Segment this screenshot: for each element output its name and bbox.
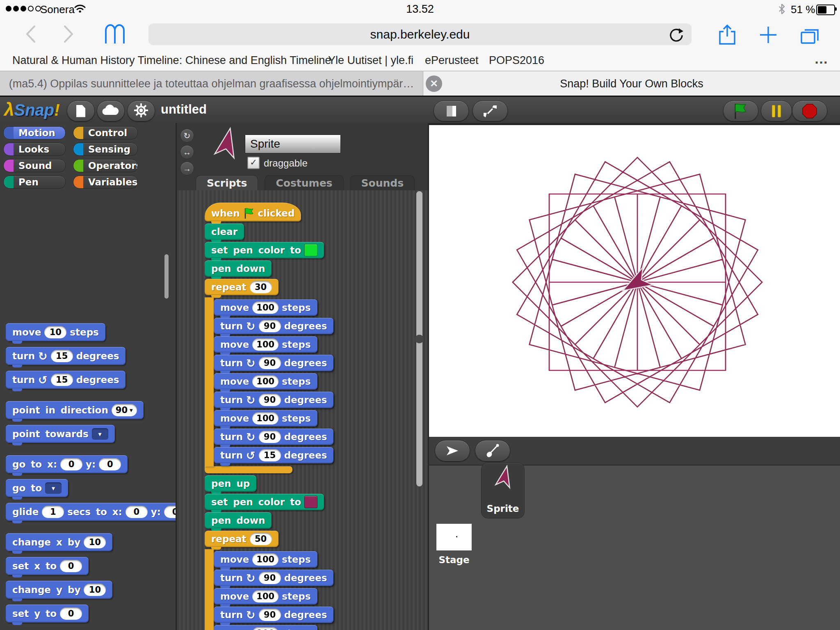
- palette-scrollbar[interactable]: [164, 254, 169, 299]
- block-turn[interactable]: turn↻90degrees: [214, 318, 333, 334]
- block-input[interactable]: 90: [259, 394, 281, 406]
- block-change-x-by[interactable]: change x by10: [6, 533, 112, 551]
- block-repeat[interactable]: repeat50: [205, 531, 278, 547]
- scrollbar-knob[interactable]: [415, 335, 424, 343]
- category-variables[interactable]: Variables: [73, 176, 138, 189]
- sprite-thumbnail[interactable]: [209, 126, 245, 164]
- block-turn[interactable]: turn↻90degrees: [214, 355, 333, 371]
- new-turtle-sprite-button[interactable]: [435, 440, 470, 461]
- block-input[interactable]: 15: [51, 374, 73, 386]
- block-input[interactable]: 10: [84, 584, 106, 596]
- block-repeat[interactable]: repeat30: [205, 279, 278, 295]
- corral-stage-thumb[interactable]: [436, 524, 472, 550]
- close-tab-icon[interactable]: ✕: [426, 75, 442, 92]
- block-input[interactable]: 0: [60, 607, 82, 620]
- tab-snap[interactable]: Snap! Build Your Own Blocks: [423, 71, 840, 96]
- block-move[interactable]: move100steps: [214, 551, 317, 568]
- block-input[interactable]: 0: [126, 506, 148, 518]
- block-input[interactable]: 15: [259, 449, 281, 461]
- category-pen[interactable]: Pen: [3, 176, 66, 189]
- bookmark-item[interactable]: Yle Uutiset | yle.fi: [328, 54, 413, 67]
- bookmark-item[interactable]: Natural & Human History Timeline: Chines…: [12, 54, 331, 67]
- tab-costumes[interactable]: Costumes: [265, 175, 343, 191]
- block-clear[interactable]: clear: [205, 224, 244, 240]
- block-turn[interactable]: turn↻90degrees: [214, 607, 333, 623]
- block-input[interactable]: 100: [252, 412, 278, 425]
- block-input[interactable]: 100: [252, 301, 278, 314]
- block-input[interactable]: 90: [259, 320, 281, 332]
- bookmark-item[interactable]: ePerusteet: [425, 54, 479, 67]
- block-change-y-by[interactable]: change y by10: [6, 581, 112, 599]
- block-turn[interactable]: turn↻90degrees: [214, 392, 333, 408]
- category-operators[interactable]: Operators: [73, 159, 138, 172]
- tab-oppilas[interactable]: (ma5.4) Oppilas suunnittelee ja toteutta…: [0, 71, 423, 96]
- stop-button[interactable]: [792, 100, 827, 121]
- block-dropdown[interactable]: ▾: [92, 428, 108, 440]
- block-input[interactable]: 10: [84, 536, 106, 548]
- rotation-flip-button[interactable]: ↔: [180, 145, 194, 159]
- block-point-towards[interactable]: point towards▾: [6, 425, 115, 443]
- category-control[interactable]: Control: [73, 126, 138, 139]
- block-move[interactable]: move100steps: [214, 336, 317, 353]
- pause-button[interactable]: [761, 100, 792, 121]
- bookmark-item[interactable]: POPS2016: [489, 54, 544, 67]
- block-input[interactable]: 15: [51, 350, 73, 362]
- paint-sprite-button[interactable]: [475, 440, 510, 461]
- block-turn[interactable]: turn↻90degrees: [214, 429, 333, 445]
- block-input[interactable]: 100: [252, 590, 278, 603]
- block-go-to[interactable]: go to▾: [6, 479, 68, 497]
- block-turn[interactable]: turn↻15degrees: [6, 347, 126, 365]
- block-dropdown[interactable]: ▾: [45, 482, 62, 494]
- back-button[interactable]: [24, 24, 38, 44]
- stage[interactable]: [429, 125, 840, 437]
- block-move[interactable]: move100steps: [214, 410, 317, 427]
- green-flag-button[interactable]: [723, 100, 758, 121]
- tabs-overview-icon[interactable]: [799, 24, 820, 47]
- address-bar[interactable]: snap.berkeley.edu: [148, 23, 692, 45]
- block-input[interactable]: 1: [42, 506, 64, 518]
- settings-button[interactable]: [127, 100, 155, 121]
- bookmarks-icon[interactable]: [103, 24, 127, 46]
- block-turn[interactable]: turn↻90degrees: [214, 570, 333, 586]
- share-icon[interactable]: [717, 24, 737, 47]
- block-move[interactable]: move100steps: [214, 588, 317, 605]
- block-glide[interactable]: glide1secs to x:0y:0: [6, 503, 193, 521]
- stage-size-button[interactable]: [434, 100, 469, 121]
- block-input[interactable]: 100: [252, 553, 278, 566]
- block-move[interactable]: move10steps: [6, 323, 105, 341]
- category-motion[interactable]: Motion: [3, 126, 66, 139]
- block-move[interactable]: move100steps: [214, 625, 317, 630]
- block-pen-down[interactable]: pen down: [205, 260, 272, 277]
- block-input[interactable]: 100: [252, 627, 278, 630]
- forward-button[interactable]: [62, 24, 75, 44]
- block-input[interactable]: 90: [259, 609, 281, 621]
- project-menu-button[interactable]: [67, 100, 95, 121]
- block-point-in-direction[interactable]: point in direction90▾: [6, 401, 144, 419]
- block-move[interactable]: move100steps: [214, 373, 317, 390]
- corral-sprite-card[interactable]: Sprite: [481, 463, 525, 518]
- block-set-pen-color-to[interactable]: set pen color to: [205, 242, 324, 258]
- block-pen-up[interactable]: pen up: [205, 475, 256, 492]
- sprite-name-field[interactable]: Sprite: [245, 135, 341, 153]
- tab-sounds[interactable]: Sounds: [350, 175, 415, 191]
- block-move[interactable]: move100steps: [214, 299, 317, 316]
- block-input[interactable]: 90: [259, 357, 281, 369]
- category-sensing[interactable]: Sensing: [73, 143, 138, 156]
- block-input[interactable]: 100: [252, 338, 278, 351]
- block-turn[interactable]: turn↺15degrees: [6, 371, 126, 389]
- block-input[interactable]: 10: [44, 326, 66, 338]
- block-input[interactable]: 100: [252, 375, 278, 388]
- scripts-pane[interactable]: whenclickedclearset pen color topen down…: [177, 190, 428, 630]
- category-sound[interactable]: Sound: [3, 159, 66, 172]
- block-input[interactable]: 90▾: [112, 404, 137, 416]
- block-input[interactable]: 50: [250, 533, 272, 545]
- bookmarks-overflow-button[interactable]: …: [814, 51, 828, 67]
- block-turn[interactable]: turn↺15degrees: [214, 447, 333, 463]
- cloud-menu-button[interactable]: [97, 100, 125, 121]
- block-input[interactable]: 0: [99, 458, 121, 470]
- category-looks[interactable]: Looks: [3, 143, 66, 156]
- block-set-pen-color-to[interactable]: set pen color to: [205, 494, 324, 510]
- block-set-y-to[interactable]: set y to0: [6, 605, 89, 623]
- pen-color-swatch[interactable]: [304, 496, 317, 508]
- block-set-x-to[interactable]: set x to0: [6, 557, 89, 575]
